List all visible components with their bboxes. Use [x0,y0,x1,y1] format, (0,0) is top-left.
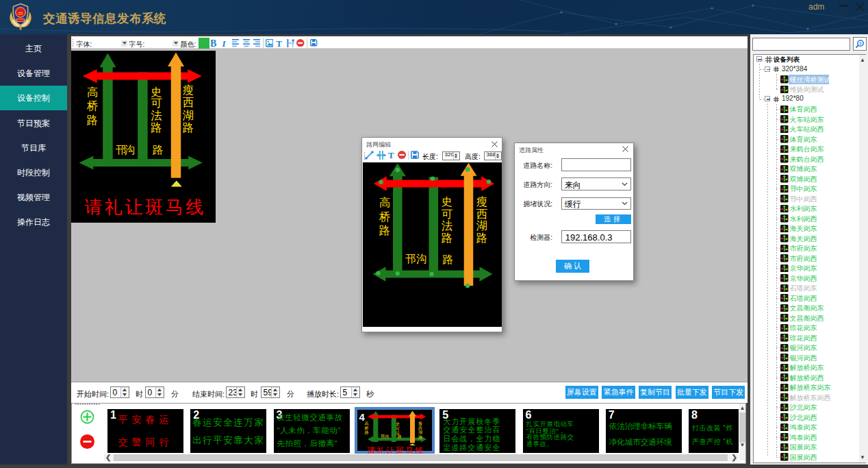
svg-text:桥: 桥 [379,210,391,223]
svg-text:桥: 桥 [87,99,99,112]
svg-text:湖: 湖 [183,109,194,121]
svg-text:路: 路 [398,434,402,439]
svg-text:路: 路 [183,121,194,134]
svg-text:沟: 沟 [125,144,136,156]
svg-text:$: $ [859,41,862,45]
svg-text:可: 可 [442,208,453,220]
svg-text:西: 西 [476,208,488,220]
svg-text:路: 路 [379,224,391,236]
svg-text:请礼让斑马线: 请礼让斑马线 [367,446,424,454]
svg-text:瘦: 瘦 [476,195,488,208]
svg-text:路: 路 [87,114,99,126]
svg-text:路: 路 [151,121,162,134]
svg-text:史: 史 [396,422,400,426]
svg-text:路: 路 [442,254,453,265]
svg-text:可: 可 [396,427,400,431]
svg-text:邗: 邗 [405,253,416,264]
svg-text:请礼让斑马线: 请礼让斑马线 [84,197,206,217]
svg-text:高: 高 [365,421,369,426]
svg-text:高: 高 [87,86,99,98]
svg-text:路: 路 [365,430,369,435]
svg-text:高: 高 [379,196,391,208]
svg-text:史: 史 [151,86,162,98]
svg-text:瘦: 瘦 [183,84,194,96]
svg-text:桥: 桥 [364,426,369,430]
svg-text:路: 路 [418,435,422,440]
svg-text:湖: 湖 [476,219,488,232]
svg-text:湖: 湖 [418,430,422,434]
svg-text:路: 路 [476,232,488,244]
svg-text:沟: 沟 [416,253,427,264]
svg-text:可: 可 [151,97,162,109]
svg-text:史: 史 [442,195,453,208]
svg-text:路: 路 [153,144,164,156]
svg-text:西: 西 [183,96,194,108]
svg-text:法: 法 [151,109,162,121]
svg-text:法: 法 [442,219,453,232]
svg-text:邗沟: 邗沟 [381,434,389,439]
svg-text:路: 路 [442,232,453,244]
